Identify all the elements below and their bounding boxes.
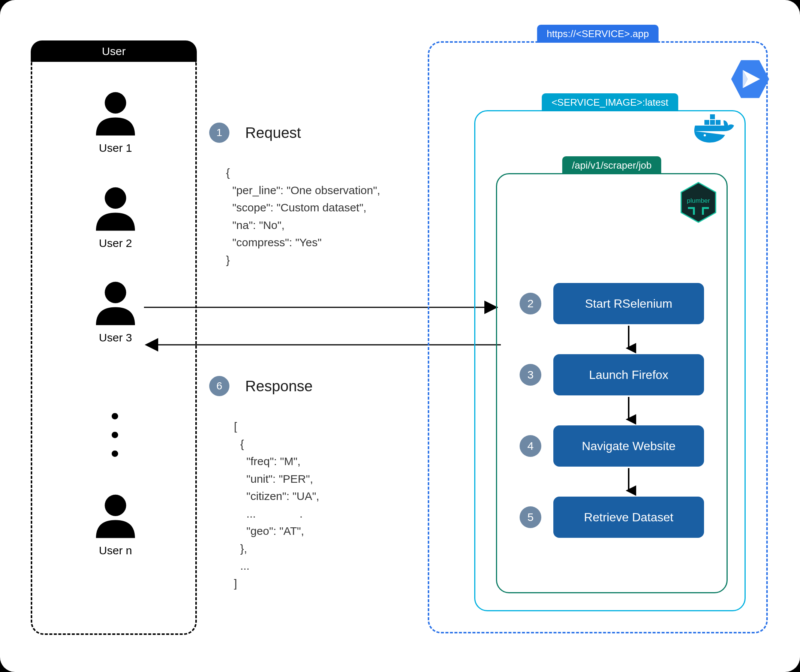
step-badge-4: 4 [520,435,541,457]
cloud-run-service-box: https://<SERVICE>.app <SERVICE_IMAGE>:la… [428,41,768,634]
step-4-row: 4 Navigate Website [520,426,704,467]
step-box-retrieve: Retrieve Dataset [553,497,704,538]
svg-rect-14 [710,114,715,119]
cloud-run-url-tab: https://<SERVICE>.app [537,25,659,43]
user-box-header: User [31,40,197,62]
svg-rect-12 [710,120,715,125]
request-body: { "per_line": "One observation", "scope"… [226,164,380,269]
step-badge-6: 6 [209,376,229,396]
step-arrow [520,395,704,426]
response-heading: Response [245,378,313,395]
user-n: User n [78,492,153,557]
docker-image-box: <SERVICE_IMAGE>:latest /api/v1/scrape [474,110,746,611]
svg-rect-11 [704,120,709,125]
user-3: User 3 [78,279,153,344]
ellipsis-dots: ••• [111,409,119,466]
response-body: [ { "freq": "M", "unit": "PER", "citizen… [234,418,319,592]
plumber-icon: plumber [680,182,717,223]
cloud-run-icon [730,58,771,100]
svg-point-15 [704,134,706,136]
step-box-rselenium: Start RSelenium [553,283,704,324]
user-2: User 2 [78,184,153,250]
docker-image-tab: <SERVICE_IMAGE>:latest [542,93,678,111]
pipeline-steps: 2 Start RSelenium 3 Launch Firefox 4 [497,283,726,538]
svg-point-2 [105,282,126,303]
step-box-navigate: Navigate Website [553,426,704,467]
step-badge-1: 1 [209,123,229,143]
step-box-firefox: Launch Firefox [553,354,704,395]
api-endpoint-box: /api/v1/scraper/job plumber 2 Start RSel… [496,173,728,593]
step-badge-3: 3 [520,364,541,386]
step-arrow [520,324,704,354]
step-arrow [520,467,704,497]
docker-icon [692,114,737,148]
user-icon [91,279,140,328]
user-icon [91,184,140,233]
user-icon [91,492,140,541]
svg-rect-13 [716,120,720,125]
step-2-row: 2 Start RSelenium [520,283,704,324]
user-label: User n [78,544,153,557]
user-icon [91,89,140,138]
diagram-canvas: User User 1 User 2 User 3 ••• [0,0,800,672]
user-1: User 1 [78,89,153,154]
svg-text:plumber: plumber [687,197,710,204]
user-label: User 2 [78,237,153,250]
request-heading: Request [245,125,301,141]
svg-point-3 [105,495,126,516]
step-3-row: 3 Launch Firefox [520,354,704,395]
user-label: User 1 [78,142,153,154]
step-badge-5: 5 [520,506,541,528]
user-label: User 3 [78,331,153,344]
svg-point-1 [105,187,126,209]
step-5-row: 5 Retrieve Dataset [520,497,704,538]
step-badge-2: 2 [520,293,541,314]
api-endpoint-tab: /api/v1/scraper/job [562,156,661,174]
svg-point-0 [105,92,126,114]
